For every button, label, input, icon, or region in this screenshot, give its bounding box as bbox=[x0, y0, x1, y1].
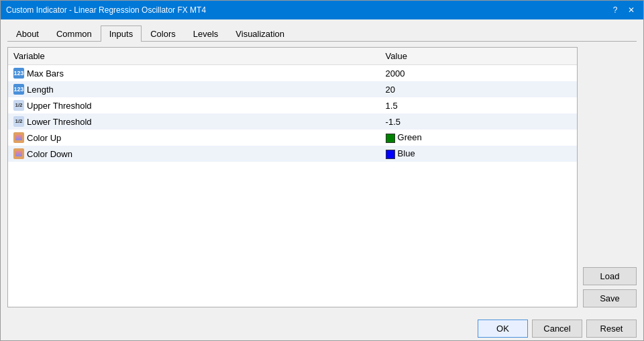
table-row: Color UpGreen bbox=[8, 130, 577, 146]
integer-icon: 123 bbox=[13, 68, 24, 79]
variable-label: Max Bars bbox=[27, 68, 64, 79]
decimal-icon: 1/2 bbox=[13, 116, 24, 127]
tab-colors[interactable]: Colors bbox=[142, 26, 184, 42]
value-text: 2000 bbox=[386, 68, 405, 79]
content-area: AboutCommonInputsColorsLevelsVisualizati… bbox=[1, 19, 643, 314]
color-icon bbox=[13, 132, 24, 143]
value-cell: Green bbox=[380, 130, 577, 146]
color-swatch bbox=[386, 150, 395, 159]
variable-cell: 1/2Upper Threshold bbox=[8, 97, 380, 113]
col-value-header: Value bbox=[380, 48, 577, 65]
table-row: 123Length20 bbox=[8, 81, 577, 97]
bottom-bar: OK Cancel Reset bbox=[1, 314, 643, 340]
variable-label: Length bbox=[27, 85, 54, 95]
cancel-button[interactable]: Cancel bbox=[532, 320, 582, 338]
variable-cell: 1/2Lower Threshold bbox=[8, 113, 380, 130]
window-title: Custom Indicator - Linear Regression Osc… bbox=[6, 5, 206, 15]
variable-cell: 123Length bbox=[8, 81, 380, 97]
value-cell: -1.5 bbox=[380, 113, 577, 130]
value-cell: Blue bbox=[380, 146, 577, 162]
value-text: -1.5 bbox=[386, 117, 400, 127]
variable-cell: Color Down bbox=[8, 146, 380, 162]
save-button[interactable]: Save bbox=[583, 289, 637, 307]
tab-inputs[interactable]: Inputs bbox=[101, 26, 142, 42]
ok-button[interactable]: OK bbox=[478, 320, 528, 338]
tab-visualization[interactable]: Visualization bbox=[227, 26, 293, 42]
main-window: Custom Indicator - Linear Regression Osc… bbox=[0, 0, 644, 341]
integer-icon: 123 bbox=[13, 84, 24, 95]
variable-cell: Color Up bbox=[8, 130, 380, 146]
table-row: 1/2Upper Threshold1.5 bbox=[8, 97, 577, 113]
value-text: 20 bbox=[386, 85, 395, 95]
table-row: 123Max Bars2000 bbox=[8, 65, 577, 82]
variable-label: Color Up bbox=[27, 133, 61, 143]
col-variable-header: Variable bbox=[8, 48, 380, 65]
table-row: Color DownBlue bbox=[8, 146, 577, 162]
load-button[interactable]: Load bbox=[583, 267, 637, 285]
reset-button[interactable]: Reset bbox=[586, 320, 637, 338]
title-controls: ? ✕ bbox=[608, 3, 638, 17]
help-button[interactable]: ? bbox=[608, 3, 622, 17]
value-cell: 1.5 bbox=[380, 97, 577, 113]
close-button[interactable]: ✕ bbox=[625, 3, 638, 17]
tab-common[interactable]: Common bbox=[48, 26, 101, 42]
inputs-table-area: Variable Value 123Max Bars2000123Length2… bbox=[7, 47, 578, 307]
variable-label: Lower Threshold bbox=[27, 117, 92, 127]
value-cell: 2000 bbox=[380, 65, 577, 82]
title-bar: Custom Indicator - Linear Regression Osc… bbox=[1, 1, 643, 19]
variable-label: Color Down bbox=[27, 149, 72, 159]
color-swatch bbox=[386, 134, 395, 143]
value-text: Blue bbox=[398, 148, 415, 158]
decimal-icon: 1/2 bbox=[13, 100, 24, 111]
value-cell: 20 bbox=[380, 81, 577, 97]
inputs-table: Variable Value 123Max Bars2000123Length2… bbox=[8, 48, 577, 162]
tab-about[interactable]: About bbox=[7, 26, 48, 42]
main-panel: Variable Value 123Max Bars2000123Length2… bbox=[7, 47, 637, 307]
table-header-row: Variable Value bbox=[8, 48, 577, 65]
tab-bar: AboutCommonInputsColorsLevelsVisualizati… bbox=[7, 25, 637, 42]
value-text: 1.5 bbox=[386, 101, 398, 111]
color-icon bbox=[13, 148, 24, 159]
variable-label: Upper Threshold bbox=[27, 101, 92, 111]
side-buttons: Load Save bbox=[583, 47, 637, 307]
table-row: 1/2Lower Threshold-1.5 bbox=[8, 113, 577, 130]
variable-cell: 123Max Bars bbox=[8, 65, 380, 82]
tab-levels[interactable]: Levels bbox=[184, 26, 227, 42]
value-text: Green bbox=[398, 132, 422, 142]
